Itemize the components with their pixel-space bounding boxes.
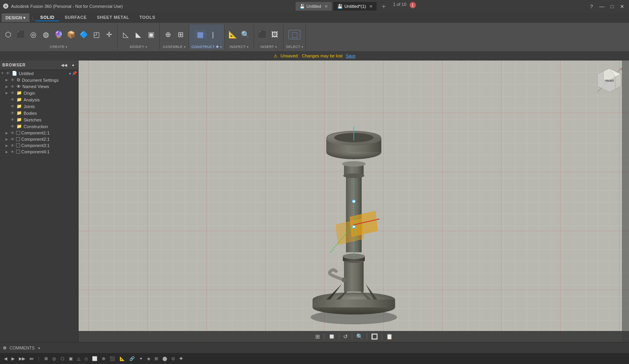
tab-surface[interactable]: SURFACE bbox=[60, 14, 91, 21]
tree-label-joints: Joints bbox=[24, 104, 77, 109]
tab-untitled[interactable]: 💾 Untitled ✕ bbox=[296, 2, 332, 11]
create-more-button[interactable]: 🔮 bbox=[53, 30, 64, 39]
tree-item-named-views[interactable]: ▶ 👁 👁 Named Views bbox=[0, 83, 78, 90]
vp-grid-button[interactable]: ⊞ bbox=[314, 333, 322, 340]
create4-button[interactable]: ◰ bbox=[90, 30, 102, 39]
insert2-button[interactable]: 🖼 bbox=[269, 30, 281, 39]
modify3-button[interactable]: ▣ bbox=[145, 30, 157, 39]
assemble2-button[interactable]: ⊞ bbox=[175, 30, 186, 39]
tree-item-component1[interactable]: ▶ 👁 Component1:1 bbox=[0, 130, 78, 136]
vp-display-button[interactable]: 🔲 bbox=[327, 333, 337, 340]
tab-sheet-metal[interactable]: SHEET METAL bbox=[92, 14, 134, 21]
minimize-button[interactable]: — bbox=[598, 4, 606, 9]
revolve-icon: ◎ bbox=[30, 31, 37, 38]
hole-button[interactable]: ◍ bbox=[40, 30, 52, 39]
bottom-icon-1[interactable]: 🖥 bbox=[42, 356, 50, 361]
eye-icon-joints: 👁 bbox=[11, 104, 15, 108]
component-box-comp3 bbox=[16, 143, 20, 147]
tree-item-origin[interactable]: ▶ 👁 📁 Origin bbox=[0, 90, 78, 96]
tree-item-untitled[interactable]: ▼ 👁 📄 Untitled ● 📌 bbox=[0, 70, 78, 77]
bottom-icon-14[interactable]: ⊞ bbox=[153, 356, 160, 362]
bottom-icon-5[interactable]: △ bbox=[75, 356, 82, 362]
bottom-icon-8[interactable]: ⊕ bbox=[100, 356, 107, 362]
tree-item-joints[interactable]: ▶ 👁 📁 Joints bbox=[0, 103, 78, 110]
app-prev-button[interactable]: ◀ bbox=[2, 356, 9, 362]
comments-expand-icon[interactable]: ● bbox=[38, 346, 40, 350]
tree-item-sketches[interactable]: ▶ 👁 📁 Sketches bbox=[0, 116, 78, 123]
bottom-icon-11[interactable]: 🔗 bbox=[128, 356, 136, 362]
bottom-icon-2[interactable]: ◎ bbox=[51, 356, 58, 362]
view-cube[interactable]: Z FRONT bbox=[594, 64, 625, 96]
bottom-icon-9[interactable]: ⬛ bbox=[108, 356, 117, 362]
app-end-button[interactable]: ⏭ bbox=[28, 356, 35, 361]
extrude-button[interactable]: ⬛ bbox=[15, 30, 27, 39]
tree-item-analysis[interactable]: ▶ 👁 📁 Analysis bbox=[0, 96, 78, 103]
tab1-close-icon[interactable]: ✕ bbox=[324, 4, 328, 9]
bottom-icon-3[interactable]: ⬡ bbox=[59, 356, 66, 362]
sphere-icon: 🔮 bbox=[54, 31, 63, 38]
bottom-icon-6[interactable]: ◇ bbox=[83, 356, 89, 362]
vp-zoom-button[interactable]: 🔍 bbox=[355, 333, 364, 340]
assemble2-icon: ⊞ bbox=[178, 31, 184, 38]
tree-item-document-settings[interactable]: ▶ 👁 ⚙ Document Settings bbox=[0, 77, 78, 83]
bottom-icon-7[interactable]: ⬜ bbox=[90, 356, 99, 362]
bottom-icon-4[interactable]: ▣ bbox=[67, 356, 74, 362]
browser-settings-button[interactable]: ● bbox=[70, 63, 76, 67]
3d-model bbox=[275, 95, 432, 331]
new-tab-button[interactable]: ＋ bbox=[378, 2, 389, 11]
bottom-icon-16[interactable]: ⊙ bbox=[170, 356, 177, 362]
tree-item-bodies[interactable]: ▶ 👁 📁 Bodies bbox=[0, 110, 78, 116]
tab-tools[interactable]: TOOLS bbox=[135, 14, 160, 21]
view-cube-svg: Z FRONT bbox=[594, 64, 625, 96]
browser-collapse-button[interactable]: ◀◀ bbox=[59, 63, 69, 67]
create3-button[interactable]: 🔷 bbox=[78, 30, 90, 39]
comments-status-dot bbox=[3, 346, 6, 349]
tree-item-construction[interactable]: ▶ 👁 📁 Construction bbox=[0, 123, 78, 130]
construct2-button[interactable]: | bbox=[207, 30, 219, 39]
vp-separator-3 bbox=[352, 333, 352, 340]
assemble1-button[interactable]: ⊕ bbox=[162, 30, 174, 39]
create2-button[interactable]: 📦 bbox=[65, 30, 77, 39]
help-button[interactable]: ? bbox=[589, 4, 594, 9]
tree-item-component4[interactable]: ▶ 👁 Component4:1 bbox=[0, 149, 78, 155]
tab-solid[interactable]: SOLID bbox=[35, 14, 59, 21]
select-button[interactable]: ⬚ bbox=[289, 30, 300, 39]
modify1-button[interactable]: ◺ bbox=[120, 30, 132, 39]
move-icon: ✛ bbox=[106, 31, 112, 38]
tree-item-component2[interactable]: ▶ 👁 Component2:1 bbox=[0, 136, 78, 142]
save-link[interactable]: Save bbox=[346, 53, 355, 58]
design-dropdown-button[interactable]: DESIGN ▾ bbox=[2, 13, 29, 22]
sketches-icon: 📁 bbox=[17, 117, 22, 122]
tab-untitled-1[interactable]: 💾 Untitled*(1) ✕ bbox=[333, 2, 377, 11]
construct1-button[interactable]: ▦ bbox=[195, 30, 206, 39]
eye-icon-construction: 👁 bbox=[11, 124, 15, 129]
bottom-icon-12[interactable]: ✦ bbox=[138, 356, 144, 362]
bottom-icon-17[interactable]: ✚ bbox=[178, 356, 184, 362]
bottom-icon-10[interactable]: 📐 bbox=[118, 356, 127, 362]
tab2-close-icon[interactable]: ✕ bbox=[369, 4, 373, 9]
inspect1-button[interactable]: 📐 bbox=[227, 30, 239, 39]
app-title-text: Autodesk Fusion 360 (Personal - Not for … bbox=[11, 4, 123, 9]
app-play2-button[interactable]: ▶▶ bbox=[17, 356, 27, 362]
inspect2-button[interactable]: 🔍 bbox=[239, 30, 251, 39]
tree-label-named-views: Named Views bbox=[22, 84, 77, 89]
tree-item-component3[interactable]: ▶ 👁 Component3:1 bbox=[0, 142, 78, 149]
modify2-button[interactable]: ◣ bbox=[132, 30, 144, 39]
viewport[interactable]: Z FRONT ⊞ 🔲 ↺ 🔍 🔳 📋 | | | | | | bbox=[79, 61, 629, 342]
create-sketch-button[interactable]: ⬡ bbox=[2, 30, 14, 39]
tree-arrow-comp2: ▶ bbox=[6, 138, 9, 141]
maximize-button[interactable]: □ bbox=[609, 4, 615, 9]
revolve-button[interactable]: ◎ bbox=[28, 30, 39, 39]
vp-view-button[interactable]: 🔳 bbox=[370, 333, 379, 340]
app-play-button[interactable]: ▶ bbox=[10, 356, 16, 362]
fillet-icon: ◺ bbox=[123, 31, 129, 38]
bottom-icon-13[interactable]: ◈ bbox=[145, 356, 152, 362]
close-button[interactable]: ✕ bbox=[618, 4, 626, 9]
vp-effects-button[interactable]: 📋 bbox=[384, 333, 394, 340]
modify-label: MODIFY bbox=[130, 45, 144, 49]
vp-orbit-button[interactable]: ↺ bbox=[342, 333, 349, 340]
insert1-button[interactable]: ⬛ bbox=[256, 30, 268, 39]
decal-icon: 🖼 bbox=[271, 31, 278, 38]
move-button[interactable]: ✛ bbox=[103, 30, 115, 39]
bottom-icon-15[interactable]: ⬤ bbox=[161, 356, 169, 362]
